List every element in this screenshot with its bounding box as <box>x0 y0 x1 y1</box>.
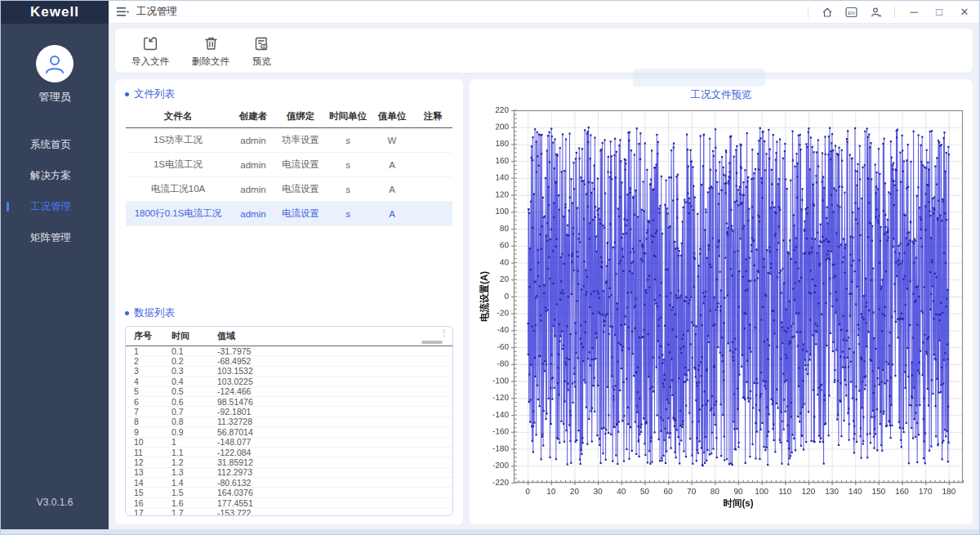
left-panel: 文件列表 文件名创建者值绑定时间单位值单位注释 1S功率工况admin功率设置s… <box>115 79 463 524</box>
collapse-menu-icon[interactable] <box>117 6 129 18</box>
account-icon[interactable] <box>870 6 882 18</box>
table-cell: 6 <box>134 397 172 407</box>
table-cell: 13 <box>134 467 172 477</box>
table-cell: 7 <box>134 407 172 417</box>
table-cell: 1.4 <box>172 478 217 488</box>
preview-icon <box>253 35 270 52</box>
sidebar-item-1[interactable]: 解决方案 <box>1 160 109 191</box>
sidebar-item-2[interactable]: 工况管理 <box>1 191 109 222</box>
table-cell: s <box>325 177 371 202</box>
column-header: 时间 <box>172 330 217 342</box>
list-item: 171.7-153.722 <box>126 508 452 515</box>
panels: 文件列表 文件名创建者值绑定时间单位值单位注释 1S功率工况admin功率设置s… <box>115 79 973 524</box>
table-cell: 164.0376 <box>217 488 268 497</box>
table-cell: 功率设置 <box>276 128 325 153</box>
table-cell: 17 <box>134 508 172 515</box>
table-cell: 电流设置 <box>276 153 325 177</box>
column-header: 文件名 <box>126 107 230 128</box>
avatar <box>36 45 74 82</box>
user-avatar-icon <box>42 51 67 76</box>
delete-file-button[interactable]: 删除文件 <box>192 35 229 68</box>
svg-text:EN: EN <box>848 10 854 15</box>
table-cell: 1.5 <box>172 488 217 497</box>
table-cell: -31.7975 <box>217 346 268 356</box>
page-title: 工况管理 <box>136 5 177 19</box>
table-cell: A <box>371 177 413 202</box>
topbar-actions: EN ─ □ ✕ <box>808 6 971 18</box>
table-row[interactable]: 电流工况10Aadmin电流设置sA <box>126 177 452 202</box>
divider <box>808 7 808 18</box>
minimize-button[interactable]: ─ <box>907 7 920 17</box>
table-cell: W <box>371 128 413 153</box>
table-options-icon[interactable]: ⋮ <box>440 329 448 337</box>
table-cell: admin <box>230 177 276 202</box>
list-item: 10.1-31.7975 <box>126 346 452 356</box>
table-cell: -148.077 <box>217 437 268 447</box>
sidebar-item-label: 解决方案 <box>30 170 71 181</box>
language-icon[interactable]: EN <box>845 6 858 18</box>
table-cell: 1.7 <box>172 508 217 515</box>
table-cell: -80.6132 <box>217 478 268 488</box>
list-item: 141.4-80.6132 <box>126 478 452 488</box>
import-file-button[interactable]: 导入文件 <box>131 35 169 68</box>
table-cell <box>413 177 452 202</box>
table-cell: 12 <box>134 457 172 467</box>
table-cell: 15 <box>134 488 172 497</box>
list-item: 70.7-92.1801 <box>126 407 452 417</box>
list-item: 80.811.32728 <box>126 417 452 427</box>
sidebar-item-label: 系统首页 <box>30 139 71 150</box>
topbar: 工况管理 EN ─ □ ✕ <box>109 1 979 24</box>
table-cell: 0.9 <box>172 427 217 437</box>
import-file-label: 导入文件 <box>131 56 169 68</box>
list-item: 30.3103.1532 <box>126 367 452 377</box>
sidebar-item-0[interactable]: 系统首页 <box>1 129 109 160</box>
table-cell: -92.1801 <box>217 407 268 417</box>
list-item: 60.698.51476 <box>126 397 452 407</box>
table-cell: 1 <box>172 437 217 447</box>
table-cell <box>413 202 452 226</box>
table-cell: -122.084 <box>217 448 268 457</box>
table-cell: -68.4952 <box>217 356 268 366</box>
data-list-title: 数据列表 <box>125 306 453 320</box>
table-row[interactable]: 1S功率工况admin功率设置sW <box>126 128 452 153</box>
table-row[interactable]: 1S电流工况admin电流设置sA <box>126 153 452 177</box>
table-cell: 0.2 <box>172 356 217 366</box>
table-cell: 0.4 <box>172 377 217 386</box>
list-item: 90.956.87014 <box>126 427 452 437</box>
table-cell: 1.3 <box>172 467 217 477</box>
table-cell: admin <box>230 202 276 226</box>
maximize-button[interactable]: □ <box>933 7 946 17</box>
table-cell: 16 <box>134 498 172 508</box>
table-cell: 1 <box>134 346 172 356</box>
sidebar-item-3[interactable]: 矩阵管理 <box>1 222 109 253</box>
close-button[interactable]: ✕ <box>958 7 971 17</box>
preview-chart-canvas <box>476 104 971 514</box>
column-header: 创建者 <box>230 107 276 128</box>
divider <box>894 7 895 18</box>
horizontal-scrollbar-thumb[interactable] <box>421 341 443 344</box>
sidebar-item-label: 矩阵管理 <box>30 232 71 243</box>
preview-label: 预览 <box>252 56 271 68</box>
active-indicator <box>7 202 9 212</box>
table-cell: 8 <box>134 417 172 426</box>
column-header: 时间单位 <box>325 107 371 128</box>
table-cell: 177.4551 <box>217 498 268 508</box>
content: 导入文件 删除文件 <box>109 24 979 529</box>
chart-title: 工况文件预览 <box>476 88 966 102</box>
table-cell: 电流设置 <box>276 177 325 202</box>
column-header: 值绑定 <box>276 107 325 128</box>
home-icon[interactable] <box>821 6 833 18</box>
sidebar-item-label: 工况管理 <box>30 201 71 212</box>
table-cell: admin <box>230 153 276 177</box>
data-table: 序号时间值域 ⋮ 10.1-31.797520.2-68.495230.3103… <box>125 326 453 516</box>
table-cell: 11.32728 <box>217 417 268 426</box>
table-cell: 1.2 <box>172 457 217 467</box>
preview-button[interactable]: 预览 <box>252 35 271 68</box>
table-cell: -153.722 <box>217 508 268 515</box>
table-cell: -124.466 <box>217 386 268 396</box>
delete-icon <box>203 35 220 52</box>
table-cell: A <box>371 202 413 226</box>
table-row[interactable]: 1800行0.1S电流工况admin电流设置sA <box>126 202 452 226</box>
list-item: 20.2-68.4952 <box>126 356 452 366</box>
table-cell: 4 <box>134 377 172 386</box>
